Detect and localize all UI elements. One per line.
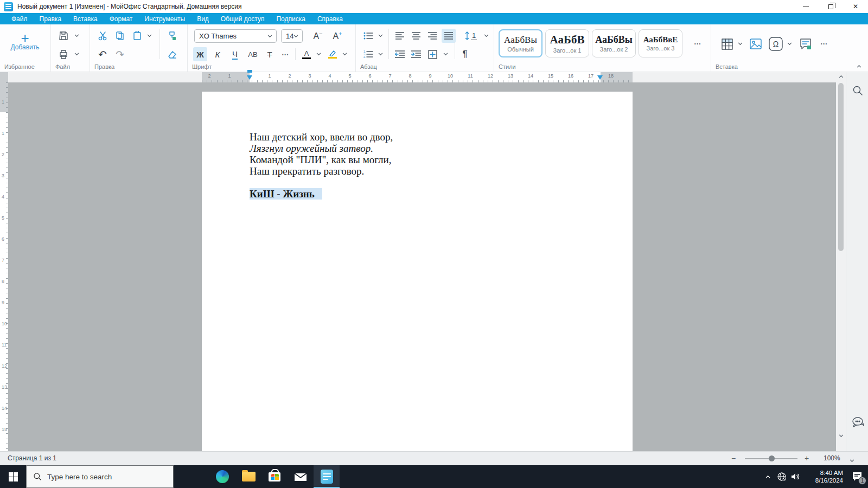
taskbar-mail-button[interactable] [288,465,314,488]
taskbar-edge-button[interactable] [209,465,235,488]
undo-button[interactable]: ↶ [95,47,110,61]
style-card-заго-ок-1[interactable]: АаБбВЗаго...ок 1 [545,29,589,57]
first-line-indent-marker[interactable] [247,70,252,73]
highlight-color-dropdown[interactable] [341,51,348,57]
paste-button[interactable] [130,29,144,43]
insert-table-button[interactable] [719,36,735,52]
menu-view[interactable]: Вид [191,13,215,24]
align-left-button[interactable] [393,29,407,43]
align-justify-button[interactable] [442,29,456,43]
menu-file[interactable]: Файл [5,13,34,24]
search-button[interactable] [846,81,868,100]
selected-text[interactable]: КиШ - Жизнь [250,188,322,200]
right-indent-marker[interactable] [597,75,603,80]
document-line[interactable]: Наш детский хор, ввели во двор, [250,131,608,143]
print-dropdown[interactable] [73,51,80,57]
font-size-select[interactable]: 14 [281,29,303,43]
taskbar-search[interactable] [26,465,174,488]
redo-button[interactable]: ↷ [113,47,127,61]
left-indent-marker[interactable] [247,75,252,80]
document-line[interactable]: Командой "ПЛИ", как вы могли, [250,154,608,165]
zoom-in-button[interactable]: + [805,454,809,463]
font-color-dropdown[interactable] [315,51,322,57]
cut-button[interactable] [95,29,110,43]
line-spacing-button[interactable]: 1 [460,29,482,43]
print-button[interactable] [56,47,71,61]
menu-edit[interactable]: Правка [34,13,68,24]
bullet-list-button[interactable] [361,29,375,43]
zoom-out-button[interactable]: − [731,454,736,463]
restore-button[interactable] [818,0,843,13]
font-family-select[interactable]: XO Thames [194,29,277,43]
scrollbar-thumb[interactable] [838,83,844,251]
font-color-button[interactable]: А [299,47,314,61]
zoom-slider-handle[interactable] [769,455,775,461]
numbered-list-dropdown[interactable] [376,51,384,57]
insert-comment-button[interactable] [798,36,813,52]
borders-dropdown[interactable] [442,51,449,57]
scroll-up-button[interactable] [838,75,844,78]
document-area[interactable]: Наш детский хор, ввели во двор,Лязгнул о… [8,82,836,451]
copy-button[interactable] [113,29,127,43]
menu-insert[interactable]: Вставка [67,13,104,24]
document-line[interactable]: КиШ - Жизнь [250,188,608,200]
highlight-color-button[interactable] [326,47,340,61]
collapse-toolbar-button[interactable] [854,62,864,70]
vertical-scrollbar[interactable] [836,72,846,451]
start-button[interactable] [0,465,26,488]
close-button[interactable]: ✕ [843,0,868,13]
document-text[interactable]: Наш детский хор, ввели во двор,Лязгнул о… [250,131,608,200]
bold-button[interactable]: Ж [193,47,207,61]
save-button[interactable] [56,29,71,43]
bullet-list-dropdown[interactable] [376,33,384,39]
format-painter-button[interactable] [165,29,179,43]
comments-panel-button[interactable] [846,413,868,432]
document-line[interactable]: Лязгнул оружейный затвор. [250,143,608,154]
strikethrough-button[interactable]: Т [263,47,277,61]
font-more-button[interactable]: ⋯ [279,47,292,61]
menu-subscription[interactable]: Подписка [270,13,311,24]
italic-button[interactable]: К [210,47,225,61]
tray-expand-button[interactable] [761,465,775,488]
insert-image-button[interactable] [748,36,763,52]
style-card-заго-ок-2[interactable]: АаБбВыЗаго...ок 2 [592,29,636,57]
menu-format[interactable]: Формат [104,13,139,24]
taskbar-clock[interactable]: 8:40 AM 8/16/2024 [803,469,843,484]
menu-tools[interactable]: Инструменты [138,13,191,24]
align-center-button[interactable] [409,29,423,43]
paste-dropdown[interactable] [145,33,153,39]
style-card-заго-ок-3[interactable]: АаБбВвЕЗаго...ок 3 [639,29,682,57]
insert-more-button[interactable]: ⋯ [818,36,831,50]
align-right-button[interactable] [425,29,439,43]
taskbar-myoffice-button[interactable] [314,465,340,488]
action-center-button[interactable]: 1 [846,465,868,488]
search-input[interactable] [47,473,161,481]
numbered-list-button[interactable]: 1.1.12. [361,47,375,61]
borders-button[interactable] [425,47,439,61]
clear-format-button[interactable] [165,47,179,61]
network-button[interactable] [775,465,789,488]
taskbar-explorer-button[interactable] [235,465,261,488]
insert-table-dropdown[interactable] [736,41,744,47]
decrease-indent-button[interactable] [393,47,407,61]
minimize-button[interactable] [793,0,818,13]
document-page[interactable]: Наш детский хор, ввели во двор,Лязгнул о… [202,92,633,451]
insert-symbol-dropdown[interactable] [786,41,793,47]
save-dropdown[interactable] [73,33,80,39]
taskbar-store-button[interactable] [261,465,288,488]
menu-help[interactable]: Справка [311,13,349,24]
pilcrow-button[interactable]: ¶ [458,47,472,61]
decrease-font-button[interactable]: A− [310,29,326,43]
style-card-обычный[interactable]: АаБбВыОбычный [499,29,542,57]
add-favorite-button[interactable]: + Добавить [10,30,40,54]
zoom-level[interactable]: 100% [824,454,840,462]
menu-share[interactable]: Общий доступ [215,13,271,24]
caps-button[interactable]: АВ [245,47,260,61]
scroll-down-button[interactable] [838,434,844,438]
styles-more-button[interactable]: ⋯ [691,36,704,50]
line-spacing-dropdown[interactable] [482,33,490,39]
underline-button[interactable]: Ч [228,47,242,61]
document-line[interactable]: Наш прекратить разговор. [250,165,608,177]
increase-font-button[interactable]: A+ [330,29,345,43]
increase-indent-button[interactable] [409,47,423,61]
